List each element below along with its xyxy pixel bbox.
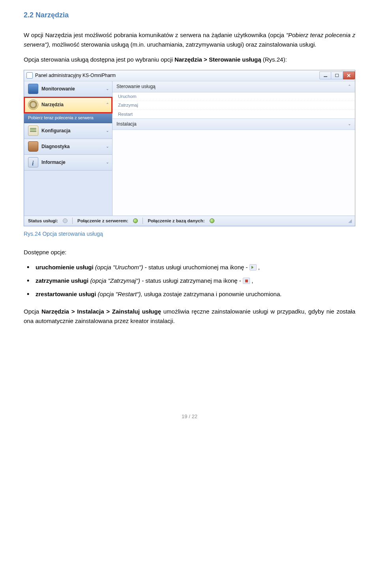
- sidebar-label: Narzędzia: [41, 101, 103, 109]
- titlebar-left: Panel administracyjny KS-OmniPharm: [26, 72, 116, 79]
- app-window: Panel administracyjny KS-OmniPharm ✕ Mon…: [24, 70, 355, 226]
- options-intro: Dostępne opcje:: [24, 248, 355, 257]
- maximize-icon: [335, 74, 339, 77]
- text: ,: [251, 277, 253, 284]
- chevron-down-icon: ⌄: [106, 159, 109, 165]
- panel-header-control[interactable]: Sterowanie usługą ⌃: [113, 81, 355, 92]
- action-start[interactable]: Uruchom: [113, 92, 355, 101]
- panel-header-install[interactable]: Instalacja ⌄: [113, 119, 355, 130]
- app-icon: [26, 72, 33, 79]
- sidebar-item-config[interactable]: Konfiguracja ⌄: [24, 123, 112, 139]
- options-list: uruchomienie usługi (opcja "Uruchom") - …: [24, 263, 355, 299]
- text: status usługi zatrzymanej ma ikonę -: [145, 277, 243, 284]
- sidebar-subitem-fetch[interactable]: Pobierz teraz polecenia z serwera: [24, 113, 112, 123]
- checklist-icon: [28, 126, 38, 136]
- sidebar-label: Monitorowanie: [41, 85, 103, 93]
- text: usługa zostaje zatrzymana i ponownie uru…: [144, 291, 282, 297]
- text-bold: zrestartowanie usługi: [36, 291, 98, 297]
- sidebar-label: Diagnostyka: [41, 143, 103, 150]
- chevron-down-icon: ⌄: [106, 86, 109, 92]
- text: ,: [258, 264, 260, 271]
- list-item: uruchomienie usługi (opcja "Uruchom") - …: [24, 263, 355, 272]
- text-bold: Narzędzia > Sterowanie usługą: [174, 56, 261, 63]
- play-icon: [250, 264, 257, 271]
- status-label-server: Połączenie z serwerem:: [77, 217, 128, 224]
- sidebar: Monitorowanie ⌄ Narzędzia ⌃ Pobierz tera…: [24, 81, 113, 216]
- status-icon-server: [133, 218, 138, 223]
- monitor-icon: [28, 84, 38, 94]
- sidebar-label: Informacje: [41, 159, 103, 166]
- sidebar-item-diagnostics[interactable]: Diagnostyka ⌄: [24, 139, 112, 155]
- status-label-db: Połączenie z bazą danych:: [148, 217, 205, 224]
- text-bold: Narzędzia > Instalacja > Zainstaluj usłu…: [41, 308, 163, 315]
- text: możliwość sterowania usługą (m.in. uruch…: [52, 41, 316, 48]
- text: (Rys.24):: [263, 56, 287, 63]
- app-body: Monitorowanie ⌄ Narzędzia ⌃ Pobierz tera…: [24, 81, 355, 216]
- paragraph-intro: W opcji Narzędzia jest możliwość pobrani…: [24, 30, 355, 49]
- stop-icon: [243, 278, 250, 284]
- titlebar: Panel administracyjny KS-OmniPharm ✕: [24, 70, 355, 81]
- action-restart[interactable]: Restart: [113, 110, 355, 118]
- sidebar-label: Konfiguracja: [41, 127, 103, 135]
- status-icon-db: [210, 218, 214, 223]
- list-item: zatrzymanie usługi (opcja "Zatrzymaj") -…: [24, 276, 355, 286]
- text-italic: (opcja "Restart"),: [98, 291, 144, 297]
- text: W opcji Narzędzia jest możliwość pobrani…: [24, 32, 286, 38]
- paragraph-install: Opcja Narzędzia > Instalacja > Zainstalu…: [24, 307, 355, 326]
- info-icon: [28, 157, 38, 167]
- sidebar-item-info[interactable]: Informacje ⌄: [24, 155, 112, 171]
- minimize-button[interactable]: [319, 71, 331, 79]
- panel-title: Instalacja: [116, 120, 137, 128]
- window-title: Panel administracyjny KS-OmniPharm: [35, 72, 116, 79]
- page-number: 19 / 22: [24, 413, 355, 421]
- list-item: zrestartowanie usługi (opcja "Restart"),…: [24, 289, 355, 299]
- chevron-down-icon: ⌄: [106, 143, 109, 150]
- text: status usługi uruchomionej ma ikonę -: [148, 264, 250, 271]
- content-pane: Sterowanie usługą ⌃ Uruchom Zatrzymaj Re…: [113, 81, 355, 216]
- panel-items: Uruchom Zatrzymaj Restart: [113, 92, 355, 119]
- separator: [143, 218, 143, 224]
- chevron-up-icon: ⌃: [106, 101, 109, 108]
- chevron-up-icon: ⌃: [348, 83, 351, 90]
- close-button[interactable]: ✕: [343, 71, 355, 79]
- gear-icon: [28, 100, 38, 110]
- chevron-down-icon: ⌄: [106, 128, 109, 134]
- figure-caption: Rys.24 Opcja sterowania usługą: [24, 229, 355, 238]
- window-controls: ✕: [319, 71, 355, 79]
- maximize-button[interactable]: [331, 71, 343, 79]
- resize-grip-icon[interactable]: ◢: [348, 217, 351, 225]
- status-icon-service: [63, 218, 68, 223]
- content-spacer: [113, 130, 355, 216]
- text-italic: (opcja "Uruchom") -: [95, 264, 148, 271]
- text-bold: uruchomienie usługi: [36, 264, 95, 271]
- close-icon: ✕: [347, 73, 351, 78]
- minimize-icon: [324, 76, 327, 77]
- paragraph-nav: Opcja sterowania usługą dostępna jest po…: [24, 55, 355, 64]
- sidebar-item-monitor[interactable]: Monitorowanie ⌄: [24, 81, 112, 97]
- text-bold: zatrzymanie usługi: [36, 277, 90, 284]
- panel-title: Sterowanie usługą: [116, 83, 156, 90]
- text: Opcja sterowania usługą dostępna jest po…: [24, 56, 174, 63]
- status-label-service: Status usługi:: [28, 217, 58, 224]
- statusbar: Status usługi: Połączenie z serwerem: Po…: [24, 216, 355, 226]
- section-heading: 2.2 Narzędzia: [24, 9, 355, 21]
- action-stop[interactable]: Zatrzymaj: [113, 101, 355, 110]
- sidebar-item-tools[interactable]: Narzędzia ⌃: [24, 97, 112, 113]
- separator: [72, 218, 73, 224]
- toolbox-icon: [28, 141, 38, 152]
- chevron-down-icon: ⌄: [348, 121, 351, 127]
- text-italic: (opcja "Zatrzymaj") -: [90, 277, 145, 284]
- text: Opcja: [24, 308, 41, 315]
